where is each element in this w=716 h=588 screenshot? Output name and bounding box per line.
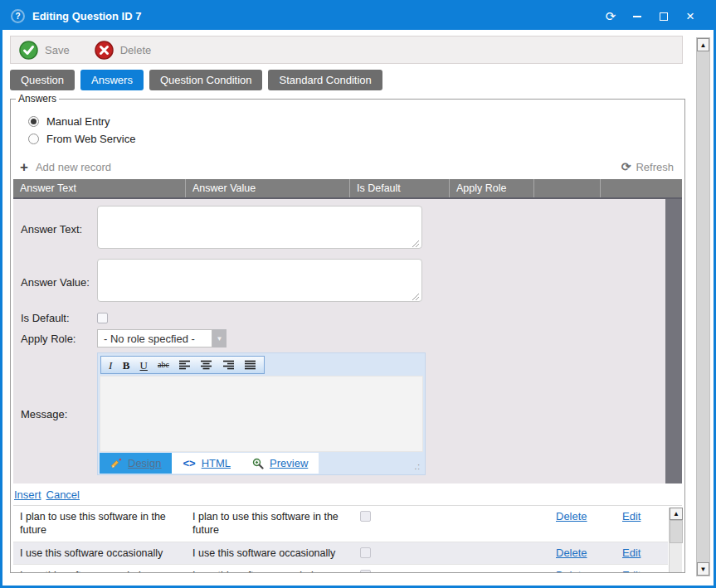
scroll-down-icon[interactable]: ▼ [697,562,709,576]
add-new-record-button[interactable]: + Add new record [20,160,111,174]
minimize-icon[interactable] [624,7,650,27]
header-is-default[interactable]: Is Default [350,179,450,197]
dropdown-arrow-icon[interactable]: ▼ [212,329,226,347]
delete-x-icon [95,41,114,60]
editor-preview-tab[interactable]: Preview [241,453,319,474]
table-row: I use this software regularly I use this… [13,565,668,573]
format-toolbar: I B U abc [100,356,265,374]
refresh-window-icon[interactable]: ⟳ [597,7,624,27]
answer-text-input[interactable] [97,206,422,249]
cell-is-default [350,565,450,573]
apply-role-label: Apply Role: [13,333,97,345]
header-empty-1 [534,179,601,197]
insert-link[interactable]: Insert [14,488,41,501]
delete-link[interactable]: Delete [556,547,587,559]
preview-magnifier-icon [252,458,264,469]
message-input[interactable] [100,376,423,452]
save-button[interactable]: Save [19,41,70,60]
preview-tab-label: Preview [270,457,308,469]
editor-toolbar-strip: I B U abc [98,353,425,376]
grid-rows: I plan to use this software in the futur… [13,506,668,573]
message-rich-editor: I B U abc [97,352,426,475]
refresh-label: Refresh [636,161,674,173]
align-right-icon[interactable] [223,360,235,370]
header-answer-text[interactable]: Answer Text [13,179,186,197]
answer-text-label: Answer Text: [13,223,97,236]
grid-header: Answer Text Answer Value Is Default Appl… [13,179,682,197]
tab-question-condition[interactable]: Question Condition [149,70,263,90]
is-default-checkbox[interactable] [97,313,108,323]
cell-answer-text: I plan to use this software in the futur… [13,506,186,542]
code-brackets-icon: <> [183,457,195,469]
cell-is-default [350,542,450,565]
editor-design-tab[interactable]: Design [100,453,172,474]
from-web-service-radio[interactable]: From Web Service [28,133,682,145]
tab-strip: Question Answers Question Condition Stan… [10,70,706,90]
header-answer-value[interactable]: Answer Value [186,179,350,197]
edit-link[interactable]: Edit [622,547,641,559]
delete-link[interactable]: Delete [556,510,587,522]
delete-link[interactable]: Delete [556,569,587,573]
is-default-row: Is Default: [13,312,682,324]
refresh-icon: ⟳ [621,160,631,173]
apply-role-dropdown[interactable]: - No role specfied - ▼ [97,329,226,347]
cell-apply-role [450,542,534,565]
delete-label: Delete [120,44,152,56]
help-icon[interactable]: ? [11,9,25,23]
cell-answer-text: I use this software occasionally [13,542,186,565]
toolbar: Save Delete [10,36,683,64]
manual-entry-label: Manual Entry [46,115,110,128]
align-center-icon[interactable] [201,360,212,370]
scrollbar-thumb[interactable] [670,520,683,543]
manual-entry-radio[interactable]: Manual Entry [28,115,682,128]
align-left-icon[interactable] [179,360,191,370]
cell-is-default [350,506,450,542]
cancel-link[interactable]: Cancel [46,488,80,501]
dialog-scrollbar[interactable]: ▲ ▼ [696,37,710,576]
refresh-grid-button[interactable]: ⟳ Refresh [621,160,674,173]
cell-answer-value: I use this software occasionally [186,542,350,565]
tab-standard-condition[interactable]: Standard Condition [268,70,382,90]
radio-unselected-icon [28,134,39,144]
grid-rows-area: I plan to use this software in the futur… [13,505,682,573]
underline-icon[interactable]: U [140,360,148,371]
row-is-default-checkbox [360,570,371,573]
html-tab-label: HTML [202,457,231,469]
answer-value-label: Answer Value: [13,276,97,289]
save-label: Save [45,44,70,56]
grid-command-row: + Add new record ⟳ Refresh [13,154,682,179]
cell-answer-value: I use this software regularly [186,565,350,573]
cell-apply-role [450,506,534,542]
edit-link[interactable]: Edit [622,510,641,522]
editor-resize-grip[interactable]: .: [414,462,421,471]
strikethrough-icon[interactable]: abc [158,361,169,369]
grid-scrollbar[interactable]: ▲ ▼ [669,508,682,573]
scroll-up-icon[interactable]: ▲ [697,38,709,51]
tab-answers[interactable]: Answers [80,70,144,90]
editor-mode-bar: Design <> HTML [98,452,425,474]
scroll-up-icon[interactable]: ▲ [670,508,683,520]
add-new-record-label: Add new record [36,161,111,173]
close-icon[interactable]: × [677,7,704,27]
header-empty-2 [601,179,682,197]
maximize-icon[interactable] [650,7,677,27]
cell-answer-value: I plan to use this software in the futur… [186,506,350,542]
bold-icon[interactable]: B [123,360,130,371]
editor-html-tab[interactable]: <> HTML [172,453,241,474]
message-row: Message: I B U abc [13,352,682,475]
table-row: I use this software occasionally I use t… [13,542,668,566]
answer-value-input[interactable] [97,259,422,302]
answers-grid: Answer Text Answer Value Is Default Appl… [13,179,682,573]
from-web-service-label: From Web Service [46,133,135,145]
answers-groupbox: Answers Manual Entry From Web Service + … [10,93,685,573]
edit-link[interactable]: Edit [622,569,641,573]
dialog-window: ? Editing Question ID 7 ⟳ × Save [0,0,716,588]
delete-button[interactable]: Delete [95,41,152,60]
header-apply-role[interactable]: Apply Role [450,179,534,197]
design-tab-label: Design [128,457,161,469]
justify-icon[interactable] [245,360,256,370]
italic-icon[interactable]: I [109,360,112,371]
tab-question[interactable]: Question [10,70,75,90]
row-is-default-checkbox [360,511,371,522]
radio-selected-icon [28,116,39,127]
